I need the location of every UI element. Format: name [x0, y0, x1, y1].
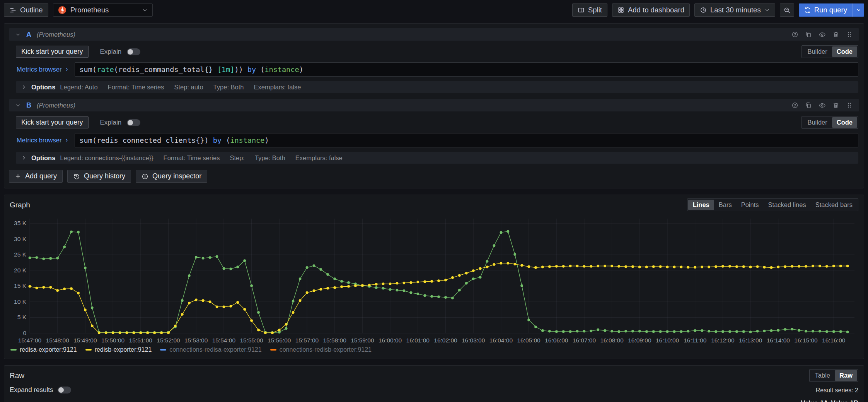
expand-results-control: Expand results	[10, 386, 71, 394]
query-datasource-hint: (Prometheus)	[37, 102, 75, 109]
chevron-down-icon	[142, 7, 148, 13]
query-expression-input[interactable]: sum(redis_connected_clients{}) by (insta…	[75, 133, 858, 147]
svg-text:16:15:00: 16:15:00	[794, 337, 818, 344]
query-header[interactable]: A (Prometheus)	[9, 28, 859, 41]
seg-option-builder[interactable]: Builder	[803, 46, 832, 57]
duplicate-query-icon[interactable]	[805, 31, 812, 38]
legend-series-name: redisa-exporter:9121	[20, 346, 77, 353]
metrics-browser-button[interactable]: Metrics browser	[16, 133, 75, 147]
svg-text:16:07:00: 16:07:00	[573, 337, 596, 344]
chevron-right-icon	[21, 155, 27, 161]
query-expression-input[interactable]: sum(rate(redis_commands_total{} [1m])) b…	[75, 62, 858, 77]
outline-button[interactable]: Outline	[4, 3, 48, 17]
options-summary: Legend: connections-{{instance}}Format: …	[60, 154, 342, 162]
svg-text:5 K: 5 K	[17, 314, 27, 320]
query-block: A (Prometheus) Kick start your query Exp…	[9, 28, 859, 93]
query-ref-id: A	[26, 31, 31, 39]
remove-query-icon[interactable]	[832, 102, 839, 109]
explain-label: Explain	[100, 119, 122, 127]
options-label: Options	[31, 84, 55, 91]
zoom-out-time-button[interactable]	[780, 3, 794, 17]
seg-option-code[interactable]: Code	[832, 117, 857, 128]
legend-item[interactable]: connections-redisb-exporter:9121	[270, 346, 372, 353]
legend-series-swatch	[10, 349, 17, 351]
svg-text:16:03:00: 16:03:00	[462, 337, 485, 344]
chevron-right-icon	[64, 67, 69, 72]
legend-item[interactable]: redisb-exporter:9121	[85, 346, 152, 353]
explain-toggle[interactable]	[127, 119, 140, 126]
svg-text:16:11:00: 16:11:00	[684, 337, 707, 344]
graph-panel-title: Graph	[10, 201, 30, 209]
seg-option-stacked-lines[interactable]: Stacked lines	[764, 200, 811, 210]
add-to-dashboard-button[interactable]: Add to dashboard	[612, 3, 690, 17]
query-body: Kick start your query Explain BuilderCod…	[9, 111, 859, 164]
seg-option-stacked-bars[interactable]: Stacked bars	[811, 200, 857, 210]
toolbar: Outline Prometheus Split Add to dashboar…	[4, 3, 864, 17]
explain-toggle[interactable]	[127, 48, 140, 55]
expand-results-label: Expand results	[10, 386, 53, 394]
toolbar-right: Split Add to dashboard Last 30 minutes R…	[572, 3, 864, 17]
duplicate-query-icon[interactable]	[805, 102, 812, 109]
seg-option-raw[interactable]: Raw	[835, 370, 857, 381]
svg-text:15:54:00: 15:54:00	[212, 337, 236, 344]
help-icon[interactable]	[791, 31, 798, 38]
query-ref-id: B	[26, 101, 31, 109]
seg-option-bars[interactable]: Bars	[714, 200, 737, 210]
run-query-button[interactable]: Run query	[799, 3, 853, 17]
time-series-chart[interactable]: 05 K10 K15 K20 K25 K30 K35 K15:47:0015:4…	[10, 214, 858, 346]
outline-label: Outline	[20, 6, 43, 14]
toggle-knob	[58, 387, 64, 393]
seg-option-code[interactable]: Code	[832, 46, 857, 57]
query-editor-panel: A (Prometheus) Kick start your query Exp…	[4, 23, 864, 188]
legend-series-swatch	[160, 349, 166, 351]
chevron-down-icon	[856, 7, 861, 13]
toolbar-left: Outline Prometheus	[4, 3, 153, 17]
svg-text:16:12:00: 16:12:00	[711, 337, 735, 344]
svg-text:15:58:00: 15:58:00	[323, 337, 347, 344]
svg-text:15:53:00: 15:53:00	[184, 337, 208, 344]
svg-text:35 K: 35 K	[14, 220, 27, 226]
seg-option-points[interactable]: Points	[737, 200, 764, 210]
toggle-knob	[128, 120, 133, 125]
query-history-button[interactable]: Query history	[67, 170, 131, 183]
time-range-picker[interactable]: Last 30 minutes	[694, 3, 775, 17]
graph-panel-header: Graph LinesBarsPointsStacked linesStacke…	[4, 195, 864, 213]
legend-item[interactable]: redisa-exporter:9121	[10, 346, 77, 353]
query-inspector-button[interactable]: Query inspector	[136, 170, 207, 183]
split-button[interactable]: Split	[572, 3, 607, 17]
seg-option-builder[interactable]: Builder	[803, 117, 832, 128]
query-actions-row: Add query Query history Query inspector	[9, 170, 859, 183]
seg-option-table[interactable]: Table	[810, 370, 835, 381]
raw-subheader: Expand results Result series: 2	[4, 384, 864, 395]
query-options-row[interactable]: Options Legend: connections-{{instance}}…	[16, 152, 858, 164]
grafana-explore-page: Outline Prometheus Split Add to dashboar…	[0, 0, 868, 402]
add-query-button[interactable]: Add query	[9, 170, 63, 183]
svg-text:16:00:00: 16:00:00	[379, 337, 402, 344]
toggle-knob	[128, 49, 133, 55]
datasource-picker[interactable]: Prometheus	[53, 3, 153, 17]
remove-query-icon[interactable]	[832, 31, 839, 38]
kick-start-query-button[interactable]: Kick start your query	[16, 46, 89, 58]
svg-text:15:57:00: 15:57:00	[295, 337, 319, 344]
info-circle-icon	[142, 173, 148, 180]
legend-series-swatch	[85, 349, 92, 351]
kick-start-query-button[interactable]: Kick start your query	[16, 116, 89, 128]
query-datasource-hint: (Prometheus)	[37, 31, 75, 38]
drag-handle-icon[interactable]	[846, 31, 853, 38]
metrics-browser-button[interactable]: Metrics browser	[16, 62, 75, 77]
svg-text:16:02:00: 16:02:00	[434, 337, 457, 344]
chevron-down-icon	[15, 32, 21, 38]
toggle-visibility-icon[interactable]	[819, 102, 826, 109]
drag-handle-icon[interactable]	[846, 102, 853, 109]
seg-option-lines[interactable]: Lines	[688, 200, 714, 210]
query-options-row[interactable]: Options Legend: AutoFormat: Time seriesS…	[16, 81, 858, 93]
run-query-dropdown-button[interactable]	[853, 3, 864, 17]
expand-results-toggle[interactable]	[58, 387, 71, 393]
legend-item[interactable]: connections-redisa-exporter:9121	[160, 346, 261, 353]
column-header-value-a: Value #A	[788, 399, 828, 402]
toggle-visibility-icon[interactable]	[819, 31, 826, 38]
help-icon[interactable]	[791, 102, 798, 109]
apps-grid-icon	[617, 7, 624, 14]
query-header[interactable]: B (Prometheus)	[9, 99, 859, 111]
plus-icon	[15, 173, 21, 180]
